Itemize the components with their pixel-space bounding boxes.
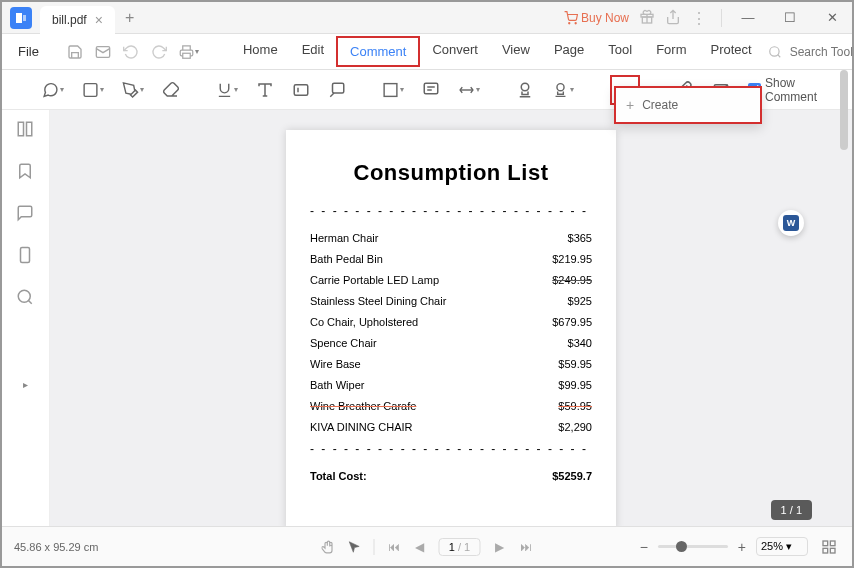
svg-rect-27 (18, 122, 23, 136)
expand-sidebar-icon[interactable]: ▸ (23, 379, 28, 390)
svg-point-3 (575, 22, 576, 23)
hand-tool-icon[interactable] (322, 540, 336, 554)
tab-page[interactable]: Page (542, 36, 596, 67)
redo-icon[interactable] (151, 42, 167, 62)
tab-protect[interactable]: Protect (698, 36, 763, 67)
doc-row: Spence Chair$340 (310, 337, 592, 349)
svg-point-23 (557, 83, 564, 90)
tab-filename: bill.pdf (52, 13, 87, 27)
vertical-scrollbar[interactable] (840, 70, 848, 150)
svg-rect-18 (424, 83, 438, 94)
more-icon[interactable]: ⋮ (691, 9, 709, 27)
comments-panel-icon[interactable] (16, 204, 36, 224)
doc-row: Co Chair, Upholstered$679.95 (310, 316, 592, 328)
doc-row: Wire Base$59.95 (310, 358, 592, 370)
prev-page-button[interactable]: ◀ (413, 540, 427, 554)
svg-line-31 (28, 300, 31, 303)
next-page-button[interactable]: ▶ (493, 540, 507, 554)
highlight-icon[interactable]: ▾ (82, 79, 104, 101)
left-sidebar: ▸ (2, 110, 50, 530)
doc-row: Bath Wiper$99.95 (310, 379, 592, 391)
doc-total: Total Cost:$5259.7 (310, 470, 592, 482)
new-tab-button[interactable]: + (125, 9, 134, 27)
bookmark-icon[interactable] (16, 162, 36, 182)
print-icon[interactable]: ▾ (179, 42, 199, 62)
text-icon[interactable] (256, 79, 274, 101)
page-indicator: 1 / 1 (771, 500, 812, 520)
doc-row: Wine Breather Carafe$59.95 (310, 400, 592, 412)
file-tab[interactable]: bill.pdf × (40, 6, 115, 34)
distance-icon[interactable]: ▾ (458, 79, 480, 101)
maximize-button[interactable]: ☐ (770, 4, 810, 32)
tab-home[interactable]: Home (231, 36, 290, 67)
menubar: File ▾ Home Edit Comment Convert View Pa… (2, 34, 852, 70)
zoom-slider[interactable] (658, 545, 728, 548)
textbox-icon[interactable] (292, 79, 310, 101)
stamp-icon[interactable] (516, 79, 534, 101)
svg-rect-17 (384, 83, 397, 96)
document-page: Consumption List - - - - - - - - - - - -… (286, 130, 616, 530)
search-icon (768, 45, 782, 59)
tab-edit[interactable]: Edit (290, 36, 336, 67)
zoom-select[interactable]: 25% ▾ (756, 537, 808, 556)
gift-icon[interactable] (639, 9, 657, 27)
doc-row: Bath Pedal Bin$219.95 (310, 253, 592, 265)
svg-line-9 (777, 54, 780, 57)
search-input[interactable] (790, 45, 854, 59)
statusbar: 45.86 x 95.29 cm ⏮ ◀ 1 / 1 ▶ ⏭ − + 25% ▾ (2, 526, 852, 566)
undo-icon[interactable] (123, 42, 139, 62)
doc-divider: - - - - - - - - - - - - - - - - - - - - … (310, 204, 592, 218)
underline-icon[interactable]: ▾ (216, 79, 238, 101)
comment-box-icon[interactable] (422, 79, 440, 101)
svg-point-22 (521, 83, 529, 91)
pencil-icon[interactable]: ▾ (122, 79, 144, 101)
select-tool-icon[interactable] (348, 540, 362, 554)
tab-tool[interactable]: Tool (596, 36, 644, 67)
buy-now-link[interactable]: Buy Now (564, 11, 629, 25)
zoom-out-button[interactable]: − (640, 539, 648, 555)
doc-title: Consumption List (310, 160, 592, 186)
doc-divider: - - - - - - - - - - - - - - - - - - - - … (310, 442, 592, 456)
file-menu[interactable]: File (10, 40, 47, 63)
search-panel-icon[interactable] (16, 288, 36, 308)
zoom-in-button[interactable]: + (738, 539, 746, 555)
thumbnails-icon[interactable] (16, 120, 36, 140)
svg-rect-32 (823, 541, 828, 546)
close-button[interactable]: ✕ (812, 4, 852, 32)
plus-icon: + (626, 97, 634, 113)
callout-icon[interactable] (328, 79, 346, 101)
minimize-button[interactable]: — (728, 4, 768, 32)
tab-close-icon[interactable]: × (95, 12, 103, 28)
first-page-button[interactable]: ⏮ (387, 540, 401, 554)
create-signature-popup[interactable]: + Create (614, 86, 762, 124)
save-icon[interactable] (67, 42, 83, 62)
doc-row: Carrie Portable LED Lamp$249.95 (310, 274, 592, 286)
titlebar: bill.pdf × + Buy Now ⋮ — ☐ ✕ (2, 2, 852, 34)
mail-icon[interactable] (95, 42, 111, 62)
tab-comment[interactable]: Comment (336, 36, 420, 67)
app-icon (10, 7, 32, 29)
cursor-coords: 45.86 x 95.29 cm (14, 541, 98, 553)
note-icon[interactable]: ▾ (42, 79, 64, 101)
stamp2-icon[interactable]: ▾ (552, 79, 574, 101)
svg-rect-35 (830, 548, 835, 553)
eraser-icon[interactable] (162, 79, 180, 101)
word-export-button[interactable]: W (778, 210, 804, 236)
svg-rect-10 (84, 83, 97, 96)
page-area: Consumption List - - - - - - - - - - - -… (50, 110, 852, 530)
svg-rect-34 (823, 548, 828, 553)
svg-rect-28 (26, 122, 31, 136)
fit-page-icon[interactable] (818, 536, 840, 558)
svg-point-30 (18, 290, 30, 302)
last-page-button[interactable]: ⏭ (519, 540, 533, 554)
svg-point-8 (769, 46, 778, 55)
share-icon[interactable] (665, 9, 683, 27)
tab-form[interactable]: Form (644, 36, 698, 67)
attachments-panel-icon[interactable] (16, 246, 36, 266)
tab-view[interactable]: View (490, 36, 542, 67)
page-number-input[interactable]: 1 / 1 (439, 538, 481, 556)
shape-icon[interactable]: ▾ (382, 79, 404, 101)
svg-rect-1 (23, 15, 26, 21)
tab-convert[interactable]: Convert (420, 36, 490, 67)
svg-point-2 (569, 22, 570, 23)
